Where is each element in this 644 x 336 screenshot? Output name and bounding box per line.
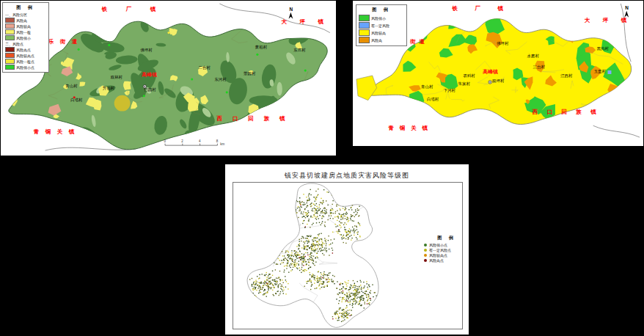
terrain-patch xyxy=(312,124,318,130)
hazard-point xyxy=(282,280,282,280)
hazard-point xyxy=(307,245,307,246)
hazard-point xyxy=(274,255,274,255)
hazard-point xyxy=(316,206,317,207)
hazard-point xyxy=(369,298,370,299)
hazard-point xyxy=(356,295,356,296)
hazard-point xyxy=(350,301,351,302)
hazard-point xyxy=(340,234,340,235)
point-feature xyxy=(108,44,110,46)
hazard-point xyxy=(321,202,321,203)
hazard-point xyxy=(295,223,296,224)
hazard-point xyxy=(345,300,346,301)
hazard-point xyxy=(296,246,297,246)
hazard-point xyxy=(283,287,284,288)
hazard-point xyxy=(316,278,317,279)
hazard-point xyxy=(308,265,309,266)
hazard-point xyxy=(312,224,312,225)
hazard-point xyxy=(295,252,296,253)
hazard-point xyxy=(317,276,318,277)
hazard-point xyxy=(370,298,371,299)
hazard-point xyxy=(284,260,285,260)
hazard-point xyxy=(289,266,290,266)
boundary-context-line xyxy=(593,125,640,137)
class-patch xyxy=(12,89,20,98)
hazard-point xyxy=(349,302,350,303)
hazard-point xyxy=(338,320,339,321)
town-label: 青 铜 关 镇 xyxy=(388,125,428,131)
hazard-point xyxy=(268,290,268,291)
hazard-point xyxy=(291,197,292,198)
hazard-point xyxy=(303,238,304,238)
hazard-point xyxy=(352,299,353,300)
hazard-point xyxy=(304,249,304,249)
legend-title: 图 例 xyxy=(359,7,404,13)
hazard-point xyxy=(324,287,325,288)
hazard-point xyxy=(287,250,288,251)
hazard-point xyxy=(268,285,268,285)
map-label: 佛坪村 xyxy=(497,41,509,46)
hazard-point xyxy=(328,191,329,192)
hazard-point xyxy=(345,203,345,204)
hazard-point xyxy=(294,260,295,260)
hazard-point xyxy=(351,216,351,217)
hazard-point xyxy=(310,216,311,216)
hazard-point xyxy=(344,229,345,230)
hazard-point xyxy=(278,255,279,255)
hazard-point xyxy=(342,315,343,316)
hazard-point xyxy=(299,244,299,245)
hazard-point xyxy=(319,249,320,249)
hazard-point xyxy=(346,313,347,314)
hazard-point xyxy=(321,233,321,234)
hazard-point xyxy=(268,274,269,274)
hazard-point xyxy=(296,252,296,252)
hazard-point xyxy=(350,295,351,296)
hazard-point xyxy=(292,263,293,263)
hazard-point xyxy=(260,289,261,290)
hazard-point xyxy=(359,206,359,207)
hazard-point xyxy=(352,305,353,306)
hazard-point xyxy=(297,208,298,208)
hazard-point xyxy=(310,253,311,254)
hazard-point xyxy=(318,211,318,211)
hazard-point xyxy=(332,248,332,249)
risk-class-legend: 图 例风险很小有一定风险风险较高风险高 xyxy=(356,4,407,46)
hazard-point xyxy=(356,286,357,287)
hazard-point xyxy=(345,288,346,289)
hazard-point xyxy=(312,216,313,217)
hazard-point xyxy=(348,282,348,283)
hazard-point xyxy=(356,238,357,239)
hazard-point xyxy=(291,264,292,265)
hazard-point xyxy=(278,284,279,285)
hazard-point xyxy=(354,283,355,284)
admin-boundary-line xyxy=(582,24,595,31)
class-patch xyxy=(123,81,131,90)
hazard-point xyxy=(283,262,284,263)
hazard-point xyxy=(330,210,331,211)
hazard-point xyxy=(319,279,320,280)
hazard-point xyxy=(263,285,264,285)
hazard-point xyxy=(362,300,363,301)
hazard-point xyxy=(345,282,345,282)
hazard-point xyxy=(336,206,337,207)
hazard-point xyxy=(280,263,281,264)
hazard-point xyxy=(341,215,342,216)
hazard-point xyxy=(323,202,323,202)
hazard-point xyxy=(310,289,311,290)
hazard-point xyxy=(301,272,301,273)
north-arrow-icon xyxy=(288,12,293,19)
hazard-point xyxy=(275,269,276,270)
hazard-point xyxy=(343,205,343,205)
hazard-point xyxy=(339,293,340,293)
hazard-point xyxy=(347,203,348,204)
hazard-point xyxy=(368,285,369,285)
risk-zoning-map-west: 青山村白塔村升仙村双林村竹园村佛坪村二合村东河村茶园村黄柏村东庄村铁 厂 镇大 … xyxy=(0,0,337,156)
hazard-point xyxy=(329,279,330,280)
hazard-point xyxy=(293,262,294,263)
hazard-point xyxy=(266,285,267,286)
hazard-point xyxy=(314,282,315,283)
hazard-point xyxy=(266,282,266,282)
hazard-point xyxy=(299,207,299,208)
hazard-point xyxy=(259,290,260,291)
hazard-point xyxy=(292,255,293,255)
hazard-point xyxy=(299,241,300,241)
